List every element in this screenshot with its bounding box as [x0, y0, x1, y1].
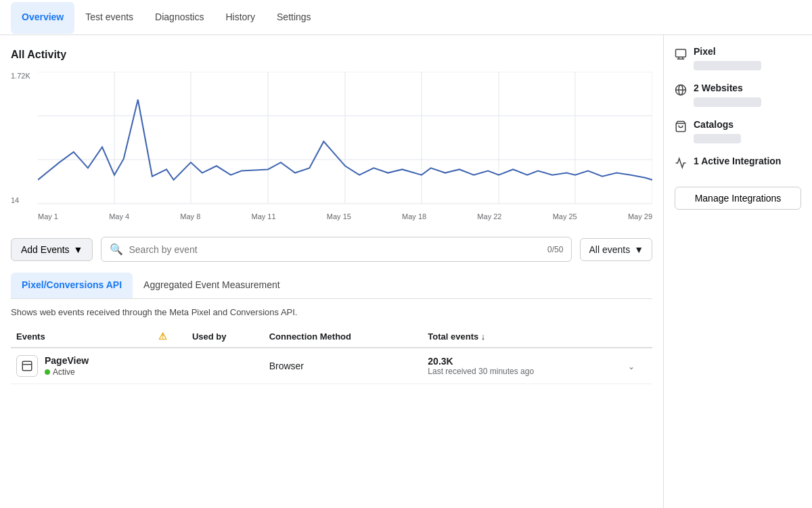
sidebar-integration-label: 1 Active Integration: [694, 156, 781, 166]
col-expand: [623, 325, 652, 348]
total-events-value: 20.3K: [428, 356, 453, 367]
col-connection-method: Connection Method: [264, 325, 423, 348]
search-input[interactable]: [129, 244, 542, 255]
sidebar-integration: 1 Active Integration: [675, 156, 801, 172]
x-axis-labels: May 1 May 4 May 8 May 11 May 15 May 18 M…: [38, 212, 652, 221]
last-received-text: Last received 30 minutes ago: [428, 367, 616, 376]
event-warning-cell: [153, 348, 187, 384]
sidebar-pixel: Pixel: [675, 46, 801, 70]
event-name-info: PageView Active: [45, 355, 89, 377]
chevron-down-icon: ▼: [74, 244, 83, 255]
integration-icon: [675, 157, 687, 172]
x-label-may15: May 15: [327, 212, 351, 221]
section-title: All Activity: [11, 49, 652, 61]
x-label-may18: May 18: [402, 212, 426, 221]
top-navigation: Overview Test events Diagnostics History…: [0, 0, 812, 35]
x-label-may1: May 1: [38, 212, 58, 221]
sidebar-catalogs-placeholder: [694, 134, 741, 143]
event-name-cell: PageView Active: [11, 348, 153, 384]
col-warning: ⚠: [153, 325, 187, 348]
sidebar-pixel-placeholder: [694, 61, 761, 70]
pixel-icon: [675, 47, 687, 62]
chart-svg-area: [38, 72, 652, 204]
sub-tab-aggregated[interactable]: Aggregated Event Measurement: [133, 273, 291, 298]
sidebar-catalogs: Catalogs: [675, 119, 801, 143]
manage-integrations-button[interactable]: Manage Integrations: [675, 187, 801, 210]
col-events: Events: [11, 325, 153, 348]
x-label-may22: May 22: [477, 212, 501, 221]
y-axis-top: 1.72K: [11, 72, 30, 80]
search-count: 0/50: [547, 245, 563, 254]
sidebar-websites-placeholder: [694, 97, 761, 107]
main-container: All Activity 1.72K 14: [0, 35, 812, 508]
status-dot: [45, 369, 50, 375]
event-used-by: [187, 348, 264, 384]
websites-icon: [675, 84, 687, 99]
sidebar-pixel-content: Pixel: [694, 46, 761, 70]
event-status-text: Active: [53, 367, 75, 377]
event-icon: [16, 355, 38, 377]
sidebar-pixel-label: Pixel: [694, 46, 761, 57]
filter-dropdown[interactable]: All events ▼: [580, 238, 652, 261]
line-chart-svg: [38, 72, 652, 204]
sidebar-catalogs-content: Catalogs: [694, 119, 741, 143]
warning-icon: ⚠: [158, 331, 167, 342]
dropdown-chevron-icon: ▼: [634, 244, 644, 255]
tab-settings[interactable]: Settings: [266, 2, 322, 34]
events-table: Events ⚠ Used by Connection Method Total…: [11, 325, 652, 384]
tab-history[interactable]: History: [215, 2, 266, 34]
activity-chart: 1.72K 14: [11, 72, 652, 221]
x-label-may8: May 8: [180, 212, 200, 221]
sidebar-integration-content: 1 Active Integration: [694, 156, 781, 170]
expand-chevron-icon[interactable]: ⌄: [628, 362, 635, 371]
filter-label: All events: [589, 244, 630, 255]
search-icon: 🔍: [110, 243, 123, 256]
tab-overview[interactable]: Overview: [11, 2, 74, 34]
all-activity-section: All Activity 1.72K 14: [11, 49, 652, 221]
svg-rect-14: [676, 49, 686, 57]
x-label-may25: May 25: [553, 212, 577, 221]
col-used-by: Used by: [187, 325, 264, 348]
sub-tabs: Pixel/Conversions API Aggregated Event M…: [11, 273, 652, 299]
catalogs-icon: [675, 120, 687, 135]
y-axis-bottom: 14: [11, 196, 19, 204]
sub-tab-pixel-conversions[interactable]: Pixel/Conversions API: [11, 273, 133, 298]
sidebar-websites-label: 2 Websites: [694, 83, 761, 93]
content-area: All Activity 1.72K 14: [0, 35, 663, 508]
x-label-may11: May 11: [252, 212, 276, 221]
event-connection-method: Browser: [264, 348, 423, 384]
search-box[interactable]: 🔍 0/50: [101, 237, 572, 262]
add-events-label: Add Events: [21, 244, 70, 255]
expand-cell[interactable]: ⌄: [623, 348, 652, 384]
x-label-may4: May 4: [109, 212, 129, 221]
add-events-button[interactable]: Add Events ▼: [11, 238, 93, 261]
table-row: PageView Active Browser: [11, 348, 652, 384]
svg-rect-12: [22, 361, 32, 371]
controls-row: Add Events ▼ 🔍 0/50 All events ▼: [11, 237, 652, 262]
tab-diagnostics[interactable]: Diagnostics: [144, 2, 215, 34]
sidebar-catalogs-label: Catalogs: [694, 119, 741, 130]
sidebar-websites: 2 Websites: [675, 83, 801, 107]
tab-test-events[interactable]: Test events: [74, 2, 144, 34]
col-total-events: Total events ↓: [422, 325, 622, 348]
event-total-events: 20.3K Last received 30 minutes ago: [422, 348, 622, 384]
event-name: PageView: [45, 355, 89, 366]
sidebar-websites-content: 2 Websites: [694, 83, 761, 107]
description-text: Shows web events received through the Me…: [11, 307, 652, 317]
right-sidebar: Pixel 2 Websites: [663, 35, 812, 508]
x-label-may29: May 29: [628, 212, 652, 221]
